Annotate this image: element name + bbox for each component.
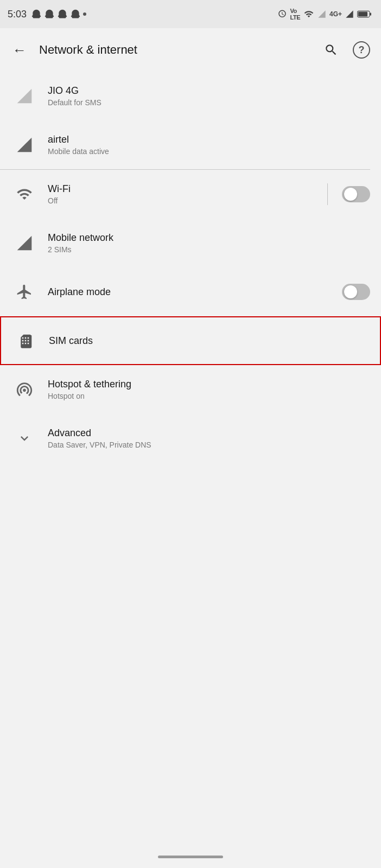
hotspot-text: Hotspot & tethering Hotspot on — [48, 379, 370, 400]
help-label: ? — [359, 44, 365, 56]
signal-full-icon-airtel — [11, 131, 38, 158]
chevron-down-icon — [11, 425, 38, 452]
jio4g-subtitle: Default for SMS — [48, 98, 370, 107]
wifi-text: Wi-Fi Off — [48, 183, 327, 205]
status-right: VoLTE 4G+ — [277, 8, 371, 21]
airplane-mode-text: Airplane mode — [48, 286, 336, 298]
settings-item-advanced[interactable]: Advanced Data Saver, VPN, Private DNS — [0, 414, 381, 463]
volte-icon: VoLTE — [290, 8, 300, 21]
settings-item-airplane-mode[interactable]: Airplane mode — [0, 267, 381, 316]
back-arrow-icon: ← — [12, 42, 27, 59]
settings-item-wifi[interactable]: Wi-Fi Off — [0, 170, 381, 219]
settings-list: JIO 4G Default for SMS airtel Mobile dat… — [0, 72, 381, 463]
notification-dot — [83, 12, 86, 16]
airtel-text: airtel Mobile data active — [48, 134, 370, 156]
help-button[interactable]: ? — [351, 39, 372, 61]
sim-cards-text: SIM cards — [49, 335, 369, 347]
airtel-subtitle: Mobile data active — [48, 147, 370, 156]
airplane-toggle-thumb — [344, 285, 357, 298]
jio4g-text: JIO 4G Default for SMS — [48, 85, 370, 107]
ghost-icon-2 — [44, 9, 55, 20]
mobile-network-title: Mobile network — [48, 232, 370, 244]
settings-item-airtel[interactable]: airtel Mobile data active — [0, 120, 381, 169]
wifi-icon — [11, 181, 38, 208]
battery-icon — [357, 10, 371, 18]
signal-low-icon — [11, 82, 38, 110]
wifi-vertical-divider — [327, 183, 328, 205]
svg-rect-2 — [370, 12, 371, 15]
signal-full-icon — [345, 9, 354, 19]
airtel-title: airtel — [48, 134, 370, 145]
settings-item-hotspot[interactable]: Hotspot & tethering Hotspot on — [0, 365, 381, 414]
svg-rect-1 — [358, 12, 367, 17]
page-title: Network & internet — [39, 43, 312, 57]
sim-card-icon — [12, 327, 39, 354]
wifi-status-icon — [303, 9, 314, 19]
settings-item-sim-cards[interactable]: SIM cards — [0, 316, 381, 365]
home-indicator — [158, 856, 223, 858]
wifi-subtitle: Off — [48, 196, 327, 205]
hotspot-subtitle: Hotspot on — [48, 392, 370, 400]
app-bar-actions: ? — [320, 39, 372, 61]
hotspot-title: Hotspot & tethering — [48, 379, 370, 390]
ghost-icon-1 — [31, 9, 42, 20]
4g-plus-icon: 4G+ — [329, 10, 342, 18]
back-button[interactable]: ← — [9, 39, 30, 61]
mobile-network-icon — [11, 229, 38, 257]
sim-cards-title: SIM cards — [49, 335, 369, 347]
ghost-icon-4 — [70, 9, 81, 20]
settings-item-mobile-network[interactable]: Mobile network 2 SIMs — [0, 219, 381, 267]
search-button[interactable] — [320, 39, 342, 61]
airplane-toggle-switch[interactable] — [342, 284, 370, 300]
wifi-toggle[interactable] — [342, 186, 370, 202]
jio4g-title: JIO 4G — [48, 85, 370, 97]
status-bar: 5:03 VoLTE — [0, 0, 381, 28]
wifi-title: Wi-Fi — [48, 183, 327, 195]
signal-low-icon — [318, 9, 326, 19]
mobile-network-text: Mobile network 2 SIMs — [48, 232, 370, 254]
help-circle-icon: ? — [353, 41, 370, 59]
snapchat-icons — [31, 9, 86, 20]
airplane-icon — [11, 278, 38, 305]
settings-item-jio4g[interactable]: JIO 4G Default for SMS — [0, 72, 381, 120]
alarm-icon — [277, 9, 287, 19]
advanced-subtitle: Data Saver, VPN, Private DNS — [48, 441, 370, 449]
airplane-mode-title: Airplane mode — [48, 286, 336, 298]
advanced-title: Advanced — [48, 427, 370, 439]
advanced-text: Advanced Data Saver, VPN, Private DNS — [48, 427, 370, 449]
status-left: 5:03 — [8, 9, 86, 20]
wifi-toggle-switch[interactable] — [342, 186, 370, 202]
status-time: 5:03 — [8, 9, 27, 20]
ghost-icon-3 — [57, 9, 68, 20]
search-icon — [324, 43, 338, 57]
hotspot-icon — [11, 376, 38, 403]
mobile-network-subtitle: 2 SIMs — [48, 245, 370, 254]
airplane-toggle[interactable] — [342, 284, 370, 300]
wifi-toggle-thumb — [344, 188, 357, 201]
app-bar: ← Network & internet ? — [0, 28, 381, 72]
